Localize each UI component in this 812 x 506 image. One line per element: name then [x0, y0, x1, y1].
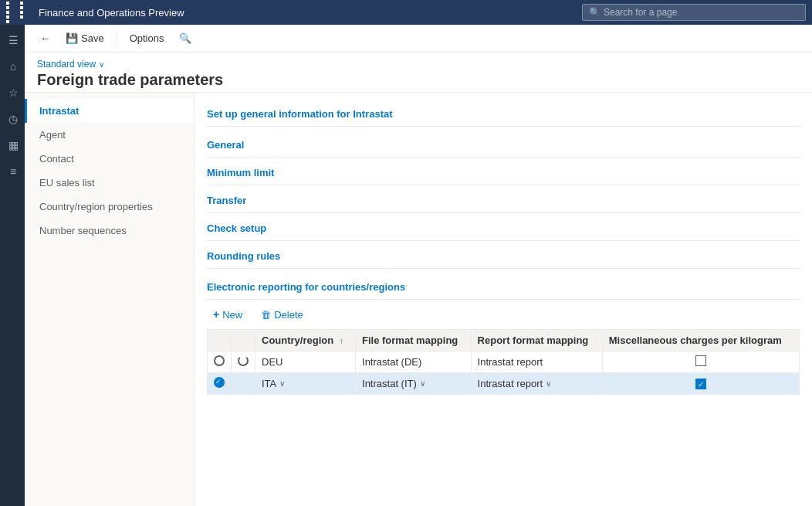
page-search-bar[interactable]: 🔍: [582, 4, 806, 21]
section-transfer[interactable]: Transfer: [207, 188, 800, 213]
nav-icon-favorites[interactable]: ☆: [0, 80, 25, 105]
chevron-down-icon[interactable]: ∨: [279, 379, 285, 388]
checkbox-deu[interactable]: [695, 355, 706, 366]
col-header-radio: [208, 330, 232, 351]
row-refresh-ita: [232, 373, 255, 395]
options-button[interactable]: Options: [123, 29, 171, 47]
chevron-down-icon[interactable]: ∨: [546, 379, 551, 388]
row-file-format-ita[interactable]: Intrastat (IT) ∨: [356, 373, 472, 395]
section-check-setup[interactable]: Check setup: [207, 216, 800, 241]
back-button[interactable]: ←: [34, 29, 56, 47]
row-report-format-deu[interactable]: Intrastat report: [471, 351, 602, 373]
country-region-table: Country/region ↑ File format mapping Rep…: [207, 329, 800, 395]
table-row[interactable]: ITA ∨ Intrastat (IT) ∨: [208, 373, 800, 395]
row-country-deu[interactable]: DEU: [255, 351, 356, 373]
content-body: Intrastat Agent Contact EU sales list Co…: [25, 93, 812, 506]
app-grid-icon[interactable]: [6, 2, 32, 23]
table-row[interactable]: DEU Intrastat (DE) Intrastat report: [208, 351, 800, 373]
nav-icon-home[interactable]: ⌂: [0, 54, 25, 79]
left-navigation: Intrastat Agent Contact EU sales list Co…: [25, 93, 195, 506]
toolbar-separator: [117, 31, 117, 46]
row-misc-charges-deu[interactable]: [602, 351, 799, 373]
top-navigation: Finance and Operations Preview 🔍: [0, 0, 812, 25]
electronic-reporting-section: Electronic reporting for countries/regio…: [207, 275, 800, 395]
row-file-format-deu[interactable]: Intrastat (DE): [356, 351, 472, 373]
sidebar-item-intrastat[interactable]: Intrastat: [25, 99, 194, 123]
selected-indicator[interactable]: [214, 377, 225, 388]
sidebar-item-eu-sales[interactable]: EU sales list: [25, 171, 194, 195]
delete-button[interactable]: 🗑 Delete: [255, 307, 310, 323]
sidebar-item-contact[interactable]: Contact: [25, 147, 194, 171]
app-title: Finance and Operations Preview: [39, 7, 576, 19]
electronic-reporting-title: Electronic reporting for countries/regio…: [207, 275, 800, 300]
section-subtitle: Set up general information for Intrastat: [207, 102, 800, 127]
col-header-misc-charges[interactable]: Miscellaneous charges per kilogram: [602, 330, 799, 351]
refresh-icon[interactable]: [238, 355, 249, 366]
section-general[interactable]: General: [207, 133, 800, 158]
back-icon: ←: [40, 32, 50, 44]
nav-icon-hamburger[interactable]: ☰: [0, 28, 25, 53]
row-misc-charges-ita[interactable]: ✓: [602, 373, 799, 395]
save-button[interactable]: 💾 Save: [59, 29, 110, 47]
section-rounding-rules[interactable]: Rounding rules: [207, 244, 800, 269]
table-toolbar: + New 🗑 Delete: [207, 306, 800, 323]
checkbox-ita[interactable]: ✓: [695, 379, 706, 389]
nav-icon-recent[interactable]: ◷: [0, 107, 25, 131]
nav-icon-modules[interactable]: ≡: [0, 159, 25, 184]
sidebar-item-number-sequences[interactable]: Number sequences: [25, 219, 194, 243]
col-header-refresh: [232, 330, 255, 351]
plus-icon: +: [213, 308, 219, 321]
trash-icon: 🗑: [261, 309, 271, 321]
sort-icon: ↑: [340, 337, 343, 345]
right-content: Set up general information for Intrastat…: [195, 93, 812, 506]
toolbar-search-icon: 🔍: [179, 32, 191, 44]
toolbar-search-button[interactable]: 🔍: [173, 29, 198, 47]
page-header: Standard view ∨ Foreign trade parameters: [25, 53, 812, 93]
section-minimum-limit[interactable]: Minimum limit: [207, 161, 800, 185]
row-report-format-ita[interactable]: Intrastat report ∨: [471, 373, 602, 395]
search-input[interactable]: [604, 7, 799, 18]
row-radio-deu[interactable]: [208, 351, 232, 373]
col-header-file-format[interactable]: File format mapping: [356, 330, 472, 351]
radio-button[interactable]: [214, 355, 225, 366]
row-refresh-deu[interactable]: [232, 351, 255, 373]
nav-icon-workspaces[interactable]: ▦: [0, 133, 25, 158]
page-toolbar: ← 💾 Save Options 🔍: [25, 25, 812, 53]
col-header-country-region[interactable]: Country/region ↑: [255, 330, 356, 351]
chevron-down-icon: ∨: [99, 60, 104, 69]
standard-view-selector[interactable]: Standard view ∨: [37, 59, 800, 70]
icon-sidebar: ☰ ⌂ ☆ ◷ ▦ ≡: [0, 25, 25, 506]
row-country-ita[interactable]: ITA ∨: [255, 373, 356, 395]
sidebar-item-agent[interactable]: Agent: [25, 123, 194, 147]
main-area: Standard view ∨ Foreign trade parameters…: [25, 53, 812, 506]
page-title: Foreign trade parameters: [37, 71, 800, 89]
row-radio-ita[interactable]: [208, 373, 232, 395]
new-button[interactable]: + New: [207, 306, 249, 323]
sidebar-item-country-region[interactable]: Country/region properties: [25, 195, 194, 219]
chevron-down-icon[interactable]: ∨: [420, 379, 425, 388]
col-header-report-format[interactable]: Report format mapping: [471, 330, 602, 351]
save-icon: 💾: [66, 32, 78, 44]
search-icon: 🔍: [589, 7, 601, 18]
